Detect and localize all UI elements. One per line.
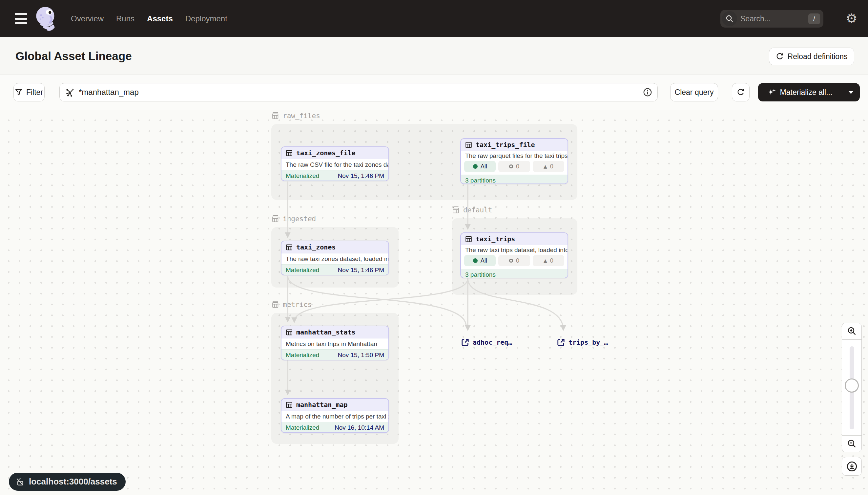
nav-item-runs[interactable]: Runs — [116, 14, 135, 23]
table-icon — [286, 402, 293, 408]
materialize-all-main[interactable]: Materialize all... — [758, 83, 842, 101]
asset-description: The raw taxi zones dataset, loaded int..… — [281, 253, 388, 264]
search-input[interactable] — [740, 14, 808, 23]
external-asset-trips_by[interactable]: trips_by_… — [557, 338, 608, 347]
info-icon[interactable] — [643, 88, 652, 97]
materialized-timestamp[interactable]: Nov 15, 1:46 PM — [338, 267, 384, 274]
clear-query-label: Clear query — [675, 88, 714, 97]
zoom-in-icon — [847, 326, 857, 336]
asset-description: A map of the number of trips per taxi z.… — [281, 411, 388, 422]
materialized-timestamp[interactable]: Nov 16, 10:14 AM — [335, 424, 384, 431]
materialized-status: Materialized — [286, 172, 319, 180]
materialized-timestamp[interactable]: Nov 15, 1:50 PM — [338, 352, 384, 359]
partitions-materialized-badge[interactable]: All — [464, 255, 496, 266]
nav-links: Overview Runs Assets Deployment — [71, 14, 227, 23]
partitions-summary: 3 partitions — [465, 271, 496, 278]
download-view-button[interactable] — [842, 457, 862, 476]
nav-item-assets[interactable]: Assets — [147, 14, 173, 23]
sparkle-icon — [768, 88, 776, 97]
filter-button[interactable]: Filter — [14, 83, 45, 101]
badge-value: 0 — [516, 163, 519, 170]
materialized-status: Materialized — [286, 352, 319, 359]
triangle-icon: ▲ — [544, 164, 547, 169]
url-text: localhost:3000/assets — [29, 477, 117, 487]
asset-node-manhattan_map[interactable]: manhattan_map A map of the number of tri… — [281, 398, 389, 433]
filled-dot-icon — [473, 258, 478, 263]
partition-badges: All 0 ▲ 0 — [461, 255, 568, 266]
global-search[interactable]: / — [720, 10, 823, 28]
materialized-status: Materialized — [286, 424, 319, 431]
badge-value: All — [481, 163, 487, 170]
asset-name: manhattan_stats — [296, 328, 356, 336]
partitions-summary: 3 partitions — [465, 177, 496, 184]
asset-description: The raw taxi trips dataset, loaded into … — [461, 245, 568, 255]
materialized-timestamp[interactable]: Nov 15, 1:46 PM — [338, 172, 384, 180]
zoom-slider[interactable] — [842, 339, 862, 436]
nav-item-deployment[interactable]: Deployment — [185, 14, 227, 23]
table-icon — [286, 244, 293, 251]
dagster-logo-icon[interactable] — [35, 6, 57, 32]
ring-icon — [509, 165, 513, 168]
partitions-materialized-badge[interactable]: All — [464, 161, 496, 172]
badge-value: 0 — [516, 257, 519, 264]
asset-description: Metrics on taxi trips in Manhattan — [281, 338, 388, 349]
asset-selection-input[interactable] — [79, 88, 643, 97]
materialized-status: Materialized — [286, 267, 319, 274]
external-asset-label: adhoc_req… — [473, 338, 512, 346]
search-icon — [722, 11, 737, 26]
funnel-icon — [15, 89, 22, 96]
asset-name: manhattan_map — [296, 401, 348, 409]
asset-node-taxi_zones_file[interactable]: taxi_zones_file The raw CSV file for the… — [281, 147, 389, 181]
zoom-controls — [842, 323, 862, 452]
clear-query-button[interactable]: Clear query — [670, 83, 718, 101]
partitions-failed-badge[interactable]: ▲ 0 — [533, 255, 564, 266]
asset-selection-input-wrap — [59, 83, 658, 101]
table-icon — [286, 329, 293, 336]
refresh-icon — [737, 88, 745, 96]
page-title: Global Asset Lineage — [15, 50, 132, 63]
triangle-icon: ▲ — [544, 258, 547, 263]
settings-gear-icon[interactable]: ⚙ — [844, 9, 859, 28]
table-icon — [465, 236, 472, 243]
zoom-in-button[interactable] — [842, 323, 862, 340]
table-icon — [465, 141, 472, 148]
asset-node-taxi_trips[interactable]: taxi_trips The raw taxi trips dataset, l… — [460, 233, 568, 278]
filled-dot-icon — [473, 164, 478, 169]
badge-value: 0 — [550, 257, 553, 264]
insecure-lock-icon — [15, 477, 24, 487]
materialize-all-button[interactable]: Materialize all... — [758, 83, 860, 101]
lineage-query-icon — [66, 88, 75, 97]
external-link-icon — [557, 338, 565, 347]
download-icon — [846, 461, 857, 472]
page-header: Global Asset Lineage Reload definitions — [0, 37, 868, 75]
reload-definitions-button[interactable]: Reload definitions — [769, 48, 854, 65]
lineage-edges — [0, 110, 868, 495]
partition-badges: All 0 ▲ 0 — [461, 161, 568, 172]
partitions-failed-badge[interactable]: ▲ 0 — [533, 161, 564, 172]
asset-description: The raw parquet files for the taxi trips… — [461, 151, 568, 161]
asset-node-manhattan_stats[interactable]: manhattan_stats Metrics on taxi trips in… — [281, 326, 389, 360]
materialize-dropdown-button[interactable] — [842, 83, 860, 101]
zoom-out-button[interactable] — [842, 435, 862, 452]
badge-value: 0 — [550, 163, 553, 170]
filter-label: Filter — [26, 88, 43, 97]
nav-item-overview[interactable]: Overview — [71, 14, 104, 23]
asset-node-taxi_zones[interactable]: taxi_zones The raw taxi zones dataset, l… — [281, 241, 389, 275]
reload-icon — [776, 52, 784, 61]
partitions-missing-badge[interactable]: 0 — [498, 255, 530, 266]
external-asset-label: trips_by_… — [568, 338, 608, 346]
asset-node-taxi_trips_file[interactable]: taxi_trips_file The raw parquet files fo… — [460, 138, 568, 184]
asset-name: taxi_zones — [296, 243, 336, 251]
zoom-slider-handle[interactable] — [845, 378, 859, 393]
asset-name: taxi_zones_file — [296, 149, 356, 157]
external-asset-adhoc_request[interactable]: adhoc_req… — [461, 338, 512, 347]
lineage-canvas[interactable]: raw_files ingested default — [0, 110, 868, 495]
refresh-graph-button[interactable] — [732, 83, 749, 101]
badge-value: All — [481, 257, 487, 264]
menu-icon[interactable] — [15, 13, 27, 24]
asset-description: The raw CSV file for the taxi zones dat.… — [281, 159, 388, 170]
external-link-icon — [461, 338, 470, 347]
lineage-toolbar: Filter — [0, 75, 868, 110]
partitions-missing-badge[interactable]: 0 — [498, 161, 530, 172]
asset-name: taxi_trips — [476, 235, 515, 243]
